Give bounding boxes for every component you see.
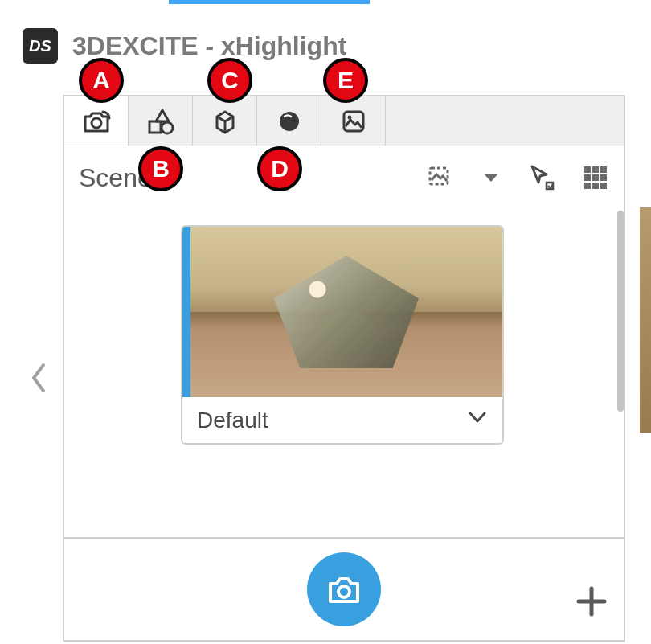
grid-view-button[interactable]: [582, 164, 609, 191]
callout-C: C: [207, 58, 252, 103]
image-settings-button[interactable]: [428, 164, 455, 191]
svg-marker-1: [156, 110, 169, 121]
environment-icon: [338, 105, 370, 137]
grid-icon: [582, 164, 609, 191]
callout-B: B: [138, 146, 183, 191]
chevron-left-icon: [29, 362, 48, 394]
background-sliver: [640, 207, 651, 433]
ds-logo-text: DS: [29, 37, 51, 55]
callout-D: D: [257, 146, 302, 191]
svg-rect-11: [584, 174, 591, 181]
svg-rect-8: [584, 166, 591, 173]
add-scene-button[interactable]: [567, 577, 616, 626]
model-tab[interactable]: [193, 96, 257, 146]
scene-card[interactable]: Default: [181, 225, 504, 445]
scene-label: Default: [197, 408, 268, 433]
svg-point-4: [347, 115, 351, 119]
svg-rect-16: [600, 183, 607, 189]
chevron-down-icon: [467, 407, 488, 428]
svg-rect-14: [584, 183, 591, 189]
tab-filler: [386, 96, 624, 146]
image-gear-icon: [428, 164, 455, 191]
app-title: 3DEXCITE - xHighlight: [72, 31, 346, 61]
svg-rect-2: [149, 121, 161, 133]
tab-bar: [64, 96, 624, 146]
section-toolbar: [428, 163, 609, 192]
svg-rect-9: [592, 166, 599, 173]
shapes-tab[interactable]: [129, 96, 193, 146]
environment-tab[interactable]: [321, 96, 386, 146]
scene-thumbnail: [190, 227, 502, 397]
camera-icon: [324, 569, 364, 609]
svg-marker-6: [484, 174, 498, 182]
svg-point-17: [338, 586, 350, 597]
select-mode-button[interactable]: [527, 163, 556, 192]
dropdown-button[interactable]: [481, 167, 502, 188]
sphere-icon: [273, 105, 305, 137]
ds-logo: DS: [23, 28, 58, 64]
svg-point-3: [162, 122, 173, 133]
chevron-down-icon: [481, 167, 502, 188]
svg-rect-13: [600, 174, 607, 181]
top-accent-bar: [169, 0, 370, 4]
section-title: Scenes: [79, 163, 428, 193]
scene-list: Default: [64, 209, 624, 461]
box-icon: [209, 105, 241, 137]
svg-rect-12: [592, 174, 599, 181]
bottom-bar: [64, 537, 624, 640]
svg-rect-10: [600, 166, 607, 173]
scene-active-indicator: [182, 227, 190, 397]
collapse-panel-button[interactable]: [23, 362, 55, 394]
title-row: DS 3DEXCITE - xHighlight: [23, 28, 346, 64]
capture-scene-button[interactable]: [307, 552, 381, 626]
svg-point-0: [92, 118, 101, 128]
svg-rect-15: [592, 183, 599, 189]
scene-expand-button[interactable]: [467, 407, 488, 433]
camera-icon: [80, 105, 113, 137]
callout-E: E: [323, 58, 368, 103]
material-tab[interactable]: [257, 96, 321, 146]
scene-label-row: Default: [182, 397, 502, 443]
shapes-icon: [145, 105, 177, 137]
scenes-tab[interactable]: [64, 96, 129, 146]
plus-icon: [574, 584, 609, 619]
scrollbar[interactable]: [617, 211, 624, 412]
cursor-select-icon: [527, 163, 556, 192]
callout-A: A: [79, 58, 124, 103]
